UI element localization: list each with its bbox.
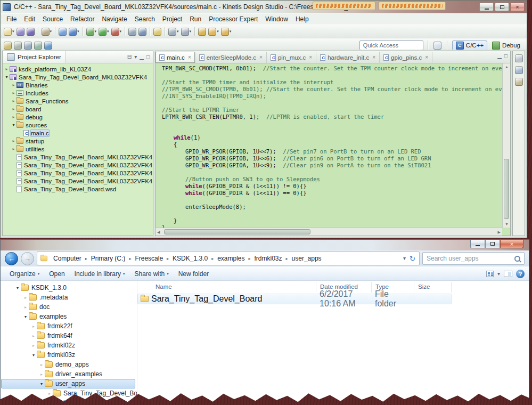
menu-file[interactable]: File — [3, 14, 20, 24]
open-element-icon[interactable] — [128, 28, 136, 36]
vertical-scrollbar-thumb[interactable] — [504, 159, 509, 219]
tab-close-icon[interactable]: × — [188, 54, 191, 60]
open-perspective-icon[interactable] — [433, 42, 441, 50]
tree-expanded-arrow-icon[interactable]: ▾ — [4, 75, 10, 79]
nav-item-driver-examples[interactable]: ▸driver_examples — [1, 369, 137, 379]
breadcrumb-ksdk-1-3-0[interactable]: KSDK_1.3.0 — [169, 254, 211, 263]
forward-dropdown-icon[interactable]: ▾ — [230, 29, 232, 34]
minimize-view-icon[interactable]: ▁ — [140, 54, 144, 60]
forward-icon[interactable] — [221, 28, 229, 36]
new-icon[interactable] — [4, 28, 12, 36]
tree-item-sources[interactable]: ▾sources — [3, 121, 153, 129]
menu-source[interactable]: Source — [39, 14, 67, 24]
explorer-maximize-button[interactable] — [485, 240, 500, 248]
new-cpp-project-dropdown-icon[interactable]: ▾ — [77, 29, 79, 34]
debug-icon[interactable] — [86, 28, 94, 36]
preview-pane-icon[interactable] — [504, 271, 512, 277]
tab-close-icon[interactable]: × — [309, 54, 312, 60]
tree-collapsed-arrow-icon[interactable]: ▸ — [4, 67, 10, 71]
file-list-body[interactable]: Sara_Tiny_Tag_Devel_Board6/2/2017 10:16 … — [137, 293, 529, 404]
ide-titlebar[interactable]: C/C++ - Sara_Tiny_Tag_Devel_Board_MKL03Z… — [1, 1, 527, 13]
restore-views-icon[interactable] — [515, 54, 523, 62]
scroll-left-icon[interactable]: ◀ — [157, 230, 160, 234]
maximize-editor-icon[interactable]: □ — [504, 53, 508, 59]
tree-collapsed-arrow-icon[interactable]: ▸ — [11, 91, 17, 95]
toggle-mark-occurrences-icon[interactable] — [4, 42, 12, 50]
perspective-debug-button[interactable]: Debug — [488, 40, 524, 51]
outline-view-icon[interactable] — [515, 66, 523, 74]
back-button[interactable]: ← — [5, 252, 18, 265]
command-organize[interactable]: Organize▾ — [5, 269, 44, 279]
code-editor[interactable]: TPM_BWR_SC_CMOD(TPM1, 0b01); //Start the… — [155, 63, 510, 236]
block-selection-icon[interactable] — [24, 42, 32, 50]
command-include-in-library[interactable]: Include in library▾ — [70, 269, 130, 279]
run-dropdown-icon[interactable]: ▾ — [107, 29, 109, 34]
make-targets-view-icon[interactable] — [515, 78, 523, 86]
nav-expanded-arrow-icon[interactable]: ▾ — [38, 382, 45, 386]
last-edit-location-icon[interactable] — [198, 28, 206, 36]
save-icon[interactable] — [17, 28, 24, 36]
tab-close-icon[interactable]: × — [425, 54, 428, 60]
nav-expanded-arrow-icon[interactable]: ▾ — [22, 314, 29, 319]
command-share-with[interactable]: Share with▾ — [129, 269, 173, 279]
view-menu-icon[interactable]: ▾ — [134, 54, 137, 60]
column-header-size[interactable]: Size — [414, 282, 452, 293]
tree-item-main-c[interactable]: main.c — [3, 129, 153, 137]
breadcrumb-user-apps[interactable]: user_apps — [289, 254, 325, 263]
tree-collapsed-arrow-icon[interactable]: ▸ — [11, 147, 17, 151]
help-icon[interactable]: ? — [516, 270, 525, 278]
minimize-editor-icon[interactable]: ▁ — [497, 53, 502, 59]
tree-item-sara-tiny-tag-devel-board-wsd[interactable]: Sara_Tiny_Tag_Devel_Board.wsd — [3, 185, 153, 193]
breadcrumb-computer[interactable]: Computer — [50, 254, 85, 263]
tree-collapsed-arrow-icon[interactable]: ▸ — [11, 139, 17, 143]
scroll-down-icon[interactable]: ▼ — [505, 222, 509, 226]
nav-collapsed-arrow-icon[interactable]: ▸ — [30, 334, 37, 338]
external-tools-icon[interactable] — [111, 28, 119, 36]
horizontal-scrollbar-thumb[interactable] — [164, 229, 310, 234]
menu-run[interactable]: Run — [186, 14, 205, 24]
nav-item-frdmk64f[interactable]: ▸frdmk64f — [1, 331, 137, 341]
explorer-minimize-button[interactable] — [470, 240, 485, 248]
forward-button[interactable]: → — [21, 252, 34, 265]
tree-item-sara-tiny-tag-devel-board-mkl03z32vfk4[interactable]: ▾Sara_Tiny_Tag_Devel_Board_MKL03Z32VFK4 — [3, 73, 153, 81]
tab-close-icon[interactable]: × — [372, 54, 375, 60]
fx-tree[interactable]: ▾KSDK_1.3.0▸.metadata▸doc▾examples▸frdmk… — [1, 281, 137, 404]
breadcrumb-freescale[interactable]: Freescale — [132, 254, 166, 263]
tree-collapsed-arrow-icon[interactable]: ▸ — [11, 99, 17, 103]
ide-close-button[interactable]: × — [510, 3, 525, 11]
nav-collapsed-arrow-icon[interactable]: ▸ — [22, 305, 29, 310]
nav-collapsed-arrow-icon[interactable]: ▸ — [38, 362, 45, 367]
nav-item-frdmkl03z[interactable]: ▾frdmkl03z — [1, 350, 137, 360]
breadcrumb-examples[interactable]: examples — [214, 254, 248, 263]
address-dropdown-icon[interactable]: ▾ — [403, 256, 406, 261]
editor-tab-entersleepmode-c[interactable]: enterSleepMode.c× — [195, 52, 267, 63]
file-row[interactable]: Sara_Tiny_Tag_Devel_Board6/2/2017 10:16 … — [137, 294, 452, 304]
refresh-icon[interactable]: ↻ — [410, 255, 415, 262]
mark-occurrences-icon[interactable] — [153, 28, 161, 36]
processor-expert-icon[interactable] — [44, 42, 52, 50]
nav-item-frdmk22f[interactable]: ▸frdmk22f — [1, 321, 137, 331]
menu-help[interactable]: Help — [292, 14, 313, 24]
tree-item-includes[interactable]: ▸Includes — [3, 89, 153, 97]
tree-collapsed-arrow-icon[interactable]: ▸ — [11, 115, 17, 119]
quick-access-box[interactable]: Quick Access — [359, 40, 423, 50]
command-open[interactable]: Open — [44, 269, 69, 279]
scroll-right-icon[interactable]: ▶ — [498, 230, 501, 234]
build-dropdown-icon[interactable]: ▾ — [50, 29, 52, 34]
menu-refactor[interactable]: Refactor — [67, 14, 98, 24]
word-wrap-icon[interactable] — [34, 42, 42, 50]
ide-minimize-button[interactable] — [479, 3, 494, 11]
column-header-name[interactable]: Name — [137, 282, 316, 293]
run-icon[interactable] — [99, 28, 107, 36]
new-cpp-project-icon[interactable] — [69, 28, 77, 36]
back-icon[interactable] — [208, 28, 216, 36]
ide-maximize-button[interactable] — [495, 3, 509, 11]
menu-edit[interactable]: Edit — [20, 14, 39, 24]
perspective-cpp-button[interactable]: C C/C++ — [452, 40, 487, 51]
nav-item-user-apps[interactable]: ▾user_apps — [1, 379, 137, 388]
tree-item-board[interactable]: ▸board — [3, 105, 153, 113]
nav-collapsed-arrow-icon[interactable]: ▸ — [38, 372, 45, 377]
nav-collapsed-arrow-icon[interactable]: ▸ — [46, 391, 53, 396]
previous-annotation-icon[interactable] — [181, 28, 189, 36]
tree-collapsed-arrow-icon[interactable]: ▸ — [11, 83, 17, 87]
